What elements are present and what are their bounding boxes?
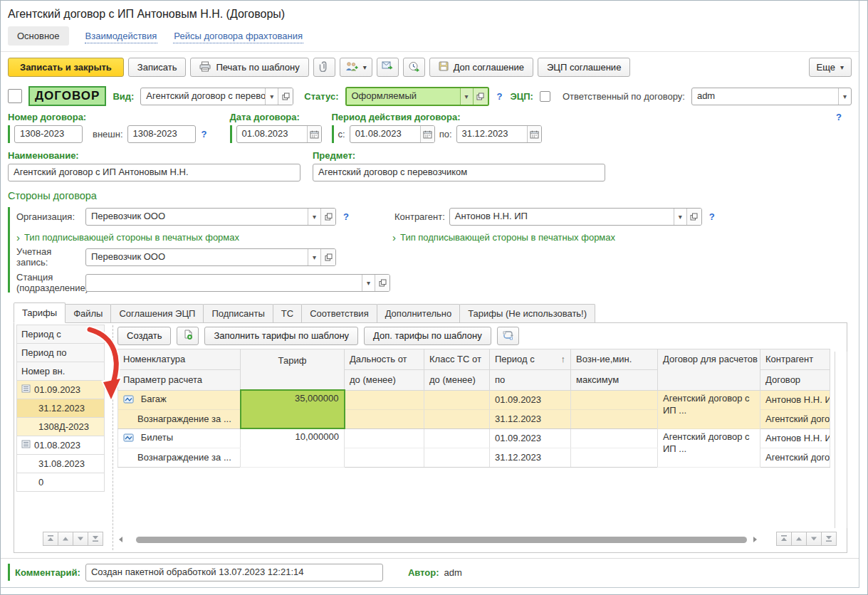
calendar-icon[interactable] xyxy=(527,126,541,142)
col-period-from[interactable]: Период с↑ xyxy=(490,349,571,369)
more-button[interactable]: Еще ▾ xyxy=(809,58,852,77)
extra-tariffs-by-template-button[interactable]: Доп. тарифы по шаблону xyxy=(364,327,491,345)
period-row-from[interactable]: 01.09.2023 xyxy=(16,380,105,399)
navtab-charter-trips[interactable]: Рейсы договора фрахтования xyxy=(173,29,303,43)
dropdown-arrow-icon[interactable]: ▾ xyxy=(308,209,320,225)
go-next-icon[interactable] xyxy=(806,532,822,546)
station-combobox[interactable]: ▾ xyxy=(85,274,390,292)
period-list-header-number[interactable]: Номер вн. xyxy=(16,362,105,381)
go-next-icon[interactable] xyxy=(73,532,88,546)
col-contract[interactable]: Договор xyxy=(760,369,830,390)
open-value-icon[interactable] xyxy=(320,249,335,265)
dropdown-arrow-icon[interactable]: ▾ xyxy=(460,88,473,105)
period-list-header-from[interactable]: Период с xyxy=(16,325,105,344)
number-input[interactable]: 1308-2023 xyxy=(14,125,83,143)
tab-correspondences[interactable]: Соответствия xyxy=(301,304,377,322)
period-from-input[interactable]: 01.08.2023 xyxy=(350,125,435,143)
col-period-to[interactable]: по xyxy=(490,369,571,390)
settlement-contract-cell[interactable]: Агентский договор с ИП ... xyxy=(658,390,760,428)
go-last-icon[interactable] xyxy=(88,532,103,546)
horizontal-scrollbar[interactable] xyxy=(117,535,758,544)
contract-cell[interactable]: Агентский дого... xyxy=(760,409,830,428)
period-row-to[interactable]: 31.12.2023 xyxy=(16,399,105,418)
organization-help-link[interactable]: ? xyxy=(342,211,350,222)
scroll-left-icon[interactable] xyxy=(117,536,125,543)
ecp-checkbox[interactable] xyxy=(540,91,550,102)
contract-date-input[interactable]: 01.08.2023 xyxy=(236,125,322,143)
external-number-input[interactable]: 1308-2023 xyxy=(127,125,196,143)
navtab-main[interactable]: Основное xyxy=(8,26,69,46)
period-from-cell[interactable]: 01.09.2023 xyxy=(490,428,571,448)
org-signer-type-link[interactable]: › Тип подписывающей стороны в печатных ф… xyxy=(16,232,239,243)
period-help-link[interactable]: ? xyxy=(835,112,843,122)
period-row-number[interactable]: 0 xyxy=(16,473,105,492)
period-to-cell[interactable]: 31.12.2023 xyxy=(490,409,571,428)
calendar-icon[interactable] xyxy=(307,126,321,142)
contractor-help-link[interactable]: ? xyxy=(708,211,716,222)
period-to-cell[interactable]: 31.12.2023 xyxy=(490,448,571,467)
col-calc-parameter[interactable]: Параметр расчета xyxy=(118,369,241,390)
calc-parameter-cell[interactable]: Вознаграждение за ... xyxy=(118,409,241,428)
add-contact-dropdown-button[interactable]: ▾ xyxy=(340,58,372,77)
tab-additional[interactable]: Дополнительно xyxy=(377,304,461,322)
tab-tariffs[interactable]: Тарифы xyxy=(14,302,66,323)
dropdown-arrow-icon[interactable]: ▾ xyxy=(838,88,851,105)
col-reward-min[interactable]: Возн-ие,мин. xyxy=(571,349,658,369)
period-row-to[interactable]: 31.08.2023 xyxy=(16,454,105,473)
save-button[interactable]: Записать xyxy=(128,58,187,77)
open-value-icon[interactable] xyxy=(278,88,293,105)
additional-agreement-button[interactable]: Доп соглашение xyxy=(429,58,533,77)
vertical-scrollbar-track[interactable] xyxy=(835,352,847,528)
col-distance-from[interactable]: Дальность от xyxy=(345,349,424,369)
organization-combobox[interactable]: Перевозчик ООО ▾ xyxy=(85,208,336,226)
go-first-icon[interactable] xyxy=(43,532,58,546)
dropdown-arrow-icon[interactable]: ▾ xyxy=(265,88,278,105)
tariff-value-highlighted[interactable]: 35,000000 xyxy=(241,390,345,428)
scroll-right-icon[interactable] xyxy=(751,536,758,543)
save-and-close-button[interactable]: Записать и закрыть xyxy=(8,58,124,77)
kind-combobox[interactable]: Агентский договор с перевозчи ▾ xyxy=(140,88,293,105)
col-settlement-contract[interactable]: Договор для расчетов xyxy=(658,349,760,390)
period-from-cell[interactable]: 01.09.2023 xyxy=(490,390,571,409)
col-ts-class-from[interactable]: Класс ТС от xyxy=(424,349,490,369)
col-tariff[interactable]: Тариф xyxy=(241,349,345,390)
contractor-signer-type-link[interactable]: › Тип подписывающей стороны в печатных ф… xyxy=(392,232,615,243)
col-reward-max[interactable]: максимум xyxy=(571,369,658,390)
contractor-combobox[interactable]: Антонов Н.Н. ИП ▾ xyxy=(449,208,702,226)
account-combobox[interactable]: Перевозчик ООО ▾ xyxy=(85,248,336,266)
go-first-icon[interactable] xyxy=(776,532,792,546)
print-by-template-button[interactable]: Печать по шаблону xyxy=(190,58,308,77)
period-list-header-to[interactable]: Период по xyxy=(16,343,105,362)
tab-tariffs-deprecated[interactable]: Тарифы (Не использовать!) xyxy=(459,304,595,322)
ecp-agreement-button[interactable]: ЭЦП соглашение xyxy=(538,58,630,77)
contractor-cell[interactable]: Антонов Н.Н. ИП xyxy=(760,428,830,448)
comment-input[interactable]: Создан пакетной обработкой 13.07.2023 12… xyxy=(85,564,383,581)
open-value-icon[interactable] xyxy=(320,209,335,225)
dropdown-arrow-icon[interactable]: ▾ xyxy=(362,275,375,291)
go-last-icon[interactable] xyxy=(821,532,837,546)
go-previous-icon[interactable] xyxy=(58,532,73,546)
tab-signers[interactable]: Подписанты xyxy=(203,304,273,322)
status-combobox-highlighted[interactable]: Оформляемый ▾ xyxy=(345,87,489,106)
period-row-from[interactable]: 01.08.2023 xyxy=(16,436,105,455)
period-row-number[interactable]: 1308Д-2023 xyxy=(16,417,105,436)
contractor-cell[interactable]: Антонов Н.Н. ИП xyxy=(760,390,830,409)
send-mail-button[interactable] xyxy=(377,58,399,77)
open-value-icon[interactable] xyxy=(375,275,389,291)
tariff-row-tickets[interactable]: Билеты 10,000000 01.09.2023 Агентский до… xyxy=(118,428,830,448)
subject-input[interactable]: Агентский договор с перевозчиком xyxy=(313,164,605,181)
col-nomenclature[interactable]: Номенклатура xyxy=(118,349,241,369)
tariff-value-cell[interactable]: 10,000000 xyxy=(241,428,345,467)
tariff-row-baggage[interactable]: Багаж 35,000000 01.09.2023 Агентский дог… xyxy=(118,390,830,409)
period-to-input[interactable]: 31.12.2023 xyxy=(456,125,542,143)
settlement-contract-cell[interactable]: Агентский договор с ИП ... xyxy=(658,428,760,467)
number-help-link[interactable]: ? xyxy=(200,129,209,139)
tab-ecp-agreements[interactable]: Соглашения ЭЦП xyxy=(110,304,204,322)
mark-checkbox[interactable] xyxy=(8,89,22,103)
open-value-icon[interactable] xyxy=(473,88,488,105)
tab-files[interactable]: Файлы xyxy=(65,304,111,322)
scrollbar-thumb[interactable] xyxy=(136,537,747,543)
col-distance-to[interactable]: до (менее) xyxy=(345,369,424,390)
create-tariff-button[interactable]: Создать xyxy=(117,327,171,345)
go-previous-icon[interactable] xyxy=(791,532,807,546)
